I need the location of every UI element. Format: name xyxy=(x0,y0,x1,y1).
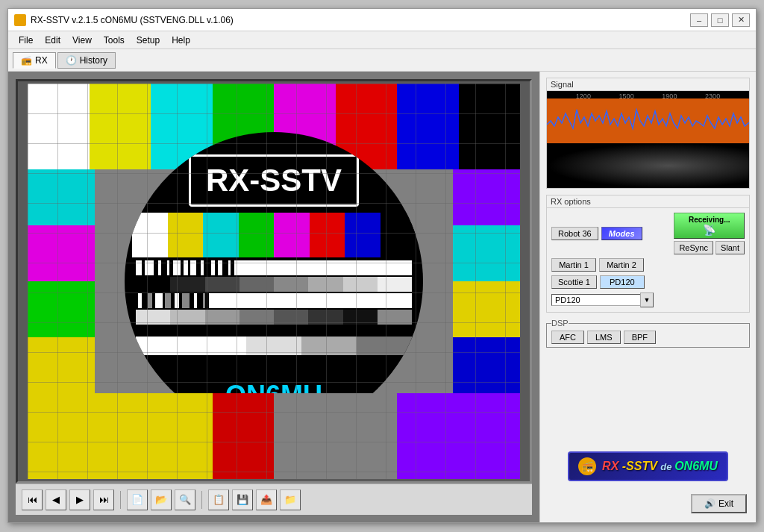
menu-help[interactable]: Help xyxy=(166,34,196,47)
signal-section: Signal 1200 1500 1900 2300 xyxy=(546,78,750,189)
right-side-bars xyxy=(453,169,520,393)
exit-button[interactable]: 🔊 Exit xyxy=(691,494,747,513)
titlebar-buttons: – □ ✕ xyxy=(690,13,750,27)
side-bar-blue2 xyxy=(453,337,520,393)
rx-row-3: Scottie 1 PD120 xyxy=(551,275,745,289)
side-bar-yellow xyxy=(28,337,95,393)
logo-callsign: ON6MU xyxy=(674,460,718,472)
bottom-bar-yellow2 xyxy=(90,393,151,479)
new-button[interactable]: 📄 xyxy=(127,489,148,510)
rx-icon: 📻 xyxy=(21,55,32,66)
side-bar-cyan xyxy=(28,169,95,225)
tab-history[interactable]: 🕐 History xyxy=(57,52,116,69)
main-content: RX-SSTV xyxy=(8,72,756,522)
martin2-button[interactable]: Martin 2 xyxy=(599,258,644,272)
export-button[interactable]: 📤 xyxy=(256,489,277,510)
slant-button[interactable]: Slant xyxy=(716,241,745,254)
folder-button[interactable]: 📁 xyxy=(280,489,301,510)
side-bar-yellow2 xyxy=(453,281,520,337)
bottom-bar-gray xyxy=(274,393,336,479)
side-bar-purple xyxy=(453,169,520,225)
signal-noise xyxy=(547,143,749,188)
left-side-bars xyxy=(28,169,95,393)
exit-icon: 🔊 xyxy=(704,498,716,509)
bottom-bar-gray2 xyxy=(336,393,398,479)
menu-setup[interactable]: Setup xyxy=(131,34,166,47)
main-window: RX-SSTV v.2.1.5 cON6MU (SSTVENG.DLL v.1.… xyxy=(7,8,757,523)
logo-icon: 📻 xyxy=(578,457,596,475)
martin1-button[interactable]: Martin 1 xyxy=(551,258,596,272)
menubar: File Edit View Tools Setup Help xyxy=(8,31,756,49)
app-icon xyxy=(14,14,26,26)
copy-button[interactable]: 📋 xyxy=(208,489,229,510)
prev-frame-button[interactable]: ◀ xyxy=(46,489,66,510)
save-button[interactable]: 💾 xyxy=(232,489,253,510)
resync-slant-row: ReSync Slant xyxy=(674,241,745,254)
resync-button[interactable]: ReSync xyxy=(674,241,713,254)
logo-text: RX -SSTV de ON6MU xyxy=(602,460,718,473)
bottom-bar-purple xyxy=(397,393,459,479)
menu-file[interactable]: File xyxy=(13,34,39,47)
logo-area: 📻 RX -SSTV de ON6MU xyxy=(546,448,750,485)
receiving-group: Receiving... 📡 ReSync Slant xyxy=(674,213,745,254)
image-panel: RX-SSTV xyxy=(8,72,539,522)
dropdown-arrow[interactable]: ▼ xyxy=(640,292,654,307)
close-button[interactable]: ✕ xyxy=(732,13,750,27)
bottom-toolbar: ⏮ ◀ ▶ ⏭ 📄 📂 🔍 📋 💾 📤 📁 xyxy=(16,484,532,515)
lms-button[interactable]: LMS xyxy=(587,331,621,344)
receiving-label: Receiving... xyxy=(689,216,730,224)
menu-edit[interactable]: Edit xyxy=(39,34,66,47)
dsp-buttons: AFC LMS BPF xyxy=(551,331,745,344)
side-bar-magenta xyxy=(28,225,95,281)
titlebar: RX-SSTV v.2.1.5 cON6MU (SSTVENG.DLL v.1.… xyxy=(8,9,756,31)
modes-button[interactable]: Modes xyxy=(601,227,642,240)
spacer xyxy=(546,354,750,442)
open-button[interactable]: 📂 xyxy=(151,489,172,510)
bottom-bar-yellow xyxy=(28,393,90,479)
robot36-button[interactable]: Robot 36 xyxy=(551,227,598,240)
afc-button[interactable]: AFC xyxy=(551,331,584,344)
last-frame-button[interactable]: ⏭ xyxy=(93,489,114,510)
logo-rx: RX xyxy=(602,460,619,472)
mode-select[interactable]: PD120 Robot 36 Martin 1 Martin 2 Scottie… xyxy=(551,294,641,306)
maximize-button[interactable]: □ xyxy=(711,13,729,27)
pd120-button[interactable]: PD120 xyxy=(600,275,645,289)
play-button[interactable]: ▶ xyxy=(69,489,90,510)
bottom-color-bars xyxy=(28,393,520,479)
exit-area: 🔊 Exit xyxy=(546,491,750,516)
color-bar-yellow xyxy=(90,84,151,169)
menu-tools[interactable]: Tools xyxy=(98,34,131,47)
history-label: History xyxy=(80,55,107,66)
sstv-title: RX-SSTV xyxy=(189,154,359,207)
receiving-button[interactable]: Receiving... 📡 xyxy=(674,213,745,239)
rx-row-4: PD120 Robot 36 Martin 1 Martin 2 Scottie… xyxy=(551,292,745,307)
bottom-bar-red xyxy=(213,393,275,479)
rx-row-2: Martin 1 Martin 2 xyxy=(551,258,745,272)
signal-display: 1200 1500 1900 2300 xyxy=(547,91,749,188)
barcode-area xyxy=(136,260,412,335)
center-circle: RX-SSTV xyxy=(125,132,423,431)
logo-box: 📻 RX -SSTV de ON6MU xyxy=(568,451,728,481)
menu-view[interactable]: View xyxy=(66,34,98,47)
sstv-image: RX-SSTV xyxy=(28,84,520,479)
tab-rx[interactable]: 📻 RX xyxy=(13,52,56,69)
first-frame-button[interactable]: ⏮ xyxy=(22,489,43,510)
logo-sstv: -SSTV xyxy=(622,460,657,472)
greyscale-row xyxy=(136,277,412,292)
dsp-legend: DSP xyxy=(551,319,569,328)
scottie1-button[interactable]: Scottie 1 xyxy=(551,275,597,289)
barcode-row-2 xyxy=(136,293,412,308)
separator-1 xyxy=(120,491,121,509)
rx-row-1: Robot 36 Modes Receiving... 📡 ReSync Sl xyxy=(551,213,745,254)
receiving-icon: 📡 xyxy=(703,224,716,236)
toolbar: 📻 RX 🕐 History xyxy=(8,49,756,72)
zoom-button[interactable]: 🔍 xyxy=(175,489,195,510)
minimize-button[interactable]: – xyxy=(690,13,708,27)
color-bar-blue xyxy=(397,84,459,169)
signal-header: Signal xyxy=(547,78,749,91)
circle-color-bars xyxy=(132,213,416,257)
rx-options-body: Robot 36 Modes Receiving... 📡 ReSync Sl xyxy=(547,208,749,312)
dsp-section: DSP AFC LMS BPF xyxy=(546,319,750,348)
bpf-button[interactable]: BPF xyxy=(624,331,656,344)
side-bar-green xyxy=(28,281,95,337)
